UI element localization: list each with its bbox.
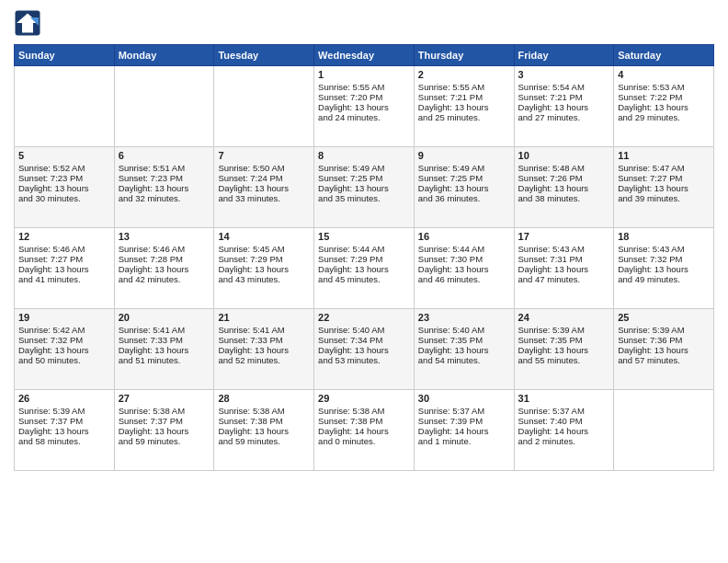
day-info: and 2 minutes. (518, 436, 610, 446)
day-info: Sunset: 7:32 PM (618, 254, 710, 264)
day-info: Sunset: 7:23 PM (119, 173, 210, 183)
day-info: Sunrise: 5:37 AM (418, 406, 510, 416)
day-info: and 59 minutes. (119, 436, 210, 446)
day-info: and 0 minutes. (318, 436, 410, 446)
calendar-cell: 6Sunrise: 5:51 AMSunset: 7:23 PMDaylight… (114, 147, 214, 228)
day-info: Sunset: 7:31 PM (518, 254, 610, 264)
day-info: Daylight: 13 hours (218, 264, 310, 274)
day-info: and 47 minutes. (518, 274, 610, 284)
day-info: Daylight: 13 hours (119, 426, 210, 436)
day-number: 10 (518, 150, 610, 161)
calendar-header (14, 9, 714, 37)
calendar-cell: 25Sunrise: 5:39 AMSunset: 7:36 PMDayligh… (614, 309, 714, 390)
day-number: 14 (218, 231, 310, 242)
day-number: 29 (318, 393, 410, 404)
day-info: Daylight: 14 hours (418, 426, 510, 436)
day-info: Sunrise: 5:42 AM (18, 325, 110, 335)
day-info: Sunrise: 5:38 AM (119, 406, 210, 416)
calendar-cell: 26Sunrise: 5:39 AMSunset: 7:37 PMDayligh… (15, 390, 115, 471)
day-info: Sunset: 7:32 PM (18, 335, 110, 345)
calendar-cell: 4Sunrise: 5:53 AMSunset: 7:22 PMDaylight… (614, 66, 714, 147)
calendar-cell: 14Sunrise: 5:45 AMSunset: 7:29 PMDayligh… (214, 228, 314, 309)
day-number: 25 (618, 312, 710, 323)
calendar-cell: 28Sunrise: 5:38 AMSunset: 7:38 PMDayligh… (214, 390, 314, 471)
day-number: 24 (518, 312, 610, 323)
calendar-table: SundayMondayTuesdayWednesdayThursdayFrid… (14, 44, 714, 471)
day-info: and 27 minutes. (518, 112, 610, 122)
calendar-cell: 19Sunrise: 5:42 AMSunset: 7:32 PMDayligh… (15, 309, 115, 390)
day-number: 17 (518, 231, 610, 242)
calendar-cell: 10Sunrise: 5:48 AMSunset: 7:26 PMDayligh… (514, 147, 614, 228)
day-info: Sunrise: 5:53 AM (618, 82, 710, 92)
calendar-cell: 3Sunrise: 5:54 AMSunset: 7:21 PMDaylight… (514, 66, 614, 147)
calendar-cell: 24Sunrise: 5:39 AMSunset: 7:35 PMDayligh… (514, 309, 614, 390)
day-info: Sunrise: 5:41 AM (119, 325, 210, 335)
day-info: Daylight: 14 hours (518, 426, 610, 436)
day-number: 23 (418, 312, 510, 323)
day-info: and 39 minutes. (618, 193, 710, 203)
day-number: 3 (518, 69, 610, 80)
day-number: 8 (318, 150, 410, 161)
day-info: and 30 minutes. (18, 193, 110, 203)
day-info: and 58 minutes. (18, 436, 110, 446)
day-info: Sunrise: 5:38 AM (318, 406, 410, 416)
day-info: and 24 minutes. (318, 112, 410, 122)
calendar-cell: 9Sunrise: 5:49 AMSunset: 7:25 PMDaylight… (414, 147, 514, 228)
day-info: Sunset: 7:40 PM (518, 416, 610, 426)
day-info: Sunrise: 5:46 AM (18, 244, 110, 254)
day-number: 20 (119, 312, 210, 323)
calendar-cell: 7Sunrise: 5:50 AMSunset: 7:24 PMDaylight… (214, 147, 314, 228)
day-number: 18 (618, 231, 710, 242)
day-number: 31 (518, 393, 610, 404)
day-number: 6 (119, 150, 210, 161)
day-info: Daylight: 13 hours (18, 264, 110, 274)
day-info: and 53 minutes. (318, 355, 410, 365)
day-number: 13 (119, 231, 210, 242)
day-info: Sunset: 7:26 PM (518, 173, 610, 183)
day-info: Sunset: 7:39 PM (418, 416, 510, 426)
day-info: Sunrise: 5:39 AM (18, 406, 110, 416)
day-info: Sunset: 7:33 PM (119, 335, 210, 345)
day-info: Sunrise: 5:40 AM (418, 325, 510, 335)
day-info: Daylight: 13 hours (218, 345, 310, 355)
day-number: 7 (218, 150, 310, 161)
day-info: Sunrise: 5:48 AM (518, 163, 610, 173)
calendar-cell: 29Sunrise: 5:38 AMSunset: 7:38 PMDayligh… (314, 390, 415, 471)
day-number: 30 (418, 393, 510, 404)
day-header-sunday: Sunday (15, 45, 115, 66)
calendar-cell (214, 66, 314, 147)
calendar-cell: 20Sunrise: 5:41 AMSunset: 7:33 PMDayligh… (114, 309, 214, 390)
day-info: Sunrise: 5:41 AM (218, 325, 310, 335)
calendar-cell: 21Sunrise: 5:41 AMSunset: 7:33 PMDayligh… (214, 309, 314, 390)
day-info: Sunset: 7:22 PM (618, 92, 710, 102)
day-info: Daylight: 13 hours (119, 183, 210, 193)
day-info: Daylight: 13 hours (318, 345, 410, 355)
calendar-cell: 31Sunrise: 5:37 AMSunset: 7:40 PMDayligh… (514, 390, 614, 471)
day-info: and 25 minutes. (418, 112, 510, 122)
day-info: and 52 minutes. (218, 355, 310, 365)
day-info: and 46 minutes. (418, 274, 510, 284)
day-info: Sunset: 7:29 PM (318, 254, 410, 264)
day-info: Daylight: 13 hours (618, 345, 710, 355)
calendar-cell: 12Sunrise: 5:46 AMSunset: 7:27 PMDayligh… (15, 228, 115, 309)
day-info: Daylight: 13 hours (618, 264, 710, 274)
calendar-cell: 2Sunrise: 5:55 AMSunset: 7:21 PMDaylight… (414, 66, 514, 147)
day-info: Sunrise: 5:49 AM (418, 163, 510, 173)
day-info: Sunrise: 5:46 AM (119, 244, 210, 254)
day-info: Sunset: 7:21 PM (518, 92, 610, 102)
day-info: Sunset: 7:24 PM (218, 173, 310, 183)
calendar-cell (114, 66, 214, 147)
day-info: Sunrise: 5:52 AM (18, 163, 110, 173)
day-info: Sunset: 7:25 PM (318, 173, 410, 183)
week-row-3: 12Sunrise: 5:46 AMSunset: 7:27 PMDayligh… (15, 228, 714, 309)
day-number: 22 (318, 312, 410, 323)
logo (14, 9, 43, 37)
calendar-cell: 16Sunrise: 5:44 AMSunset: 7:30 PMDayligh… (414, 228, 514, 309)
day-info: Sunrise: 5:47 AM (618, 163, 710, 173)
day-info: and 50 minutes. (18, 355, 110, 365)
day-info: Sunrise: 5:55 AM (418, 82, 510, 92)
day-info: Daylight: 13 hours (18, 426, 110, 436)
week-row-5: 26Sunrise: 5:39 AMSunset: 7:37 PMDayligh… (15, 390, 714, 471)
day-number: 4 (618, 69, 710, 80)
day-info: Sunset: 7:36 PM (618, 335, 710, 345)
